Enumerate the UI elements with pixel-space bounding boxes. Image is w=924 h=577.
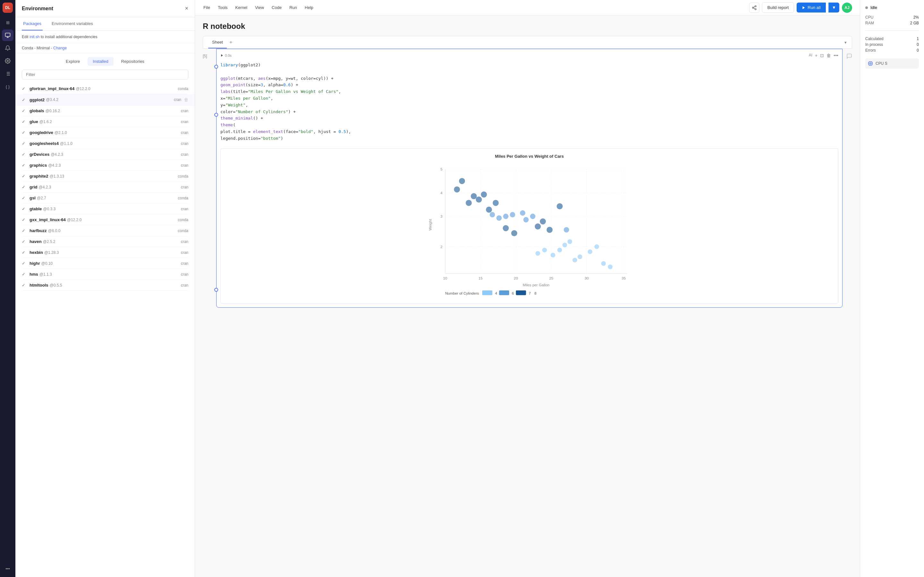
- tab-explore[interactable]: Explore: [61, 57, 85, 66]
- list-item: ✓ highr @0.10 cran: [22, 258, 188, 269]
- sidebar: DL ⊞ { } •••: [0, 0, 15, 577]
- pkg-source: cran: [181, 119, 188, 124]
- run-dropdown-button[interactable]: ▼: [829, 3, 839, 13]
- share-button[interactable]: [749, 3, 759, 13]
- list-item: ✓ graphite2 @1.3.13 conda: [22, 171, 188, 182]
- close-button[interactable]: ×: [185, 5, 188, 12]
- svg-text:3: 3: [441, 214, 443, 218]
- cell-row: [5] 0.0s AI +: [203, 49, 852, 308]
- cpu-section[interactable]: CPU S: [865, 58, 919, 69]
- cell-content: 0.0s AI + ⊡ 🗑 ••• library(ggplot2) g: [220, 53, 838, 303]
- pkg-source: cran: [181, 109, 188, 113]
- init-sh-link[interactable]: init.sh: [29, 35, 39, 39]
- pkg-check: ✓: [22, 261, 26, 266]
- pkg-version: @12.2.0: [67, 218, 82, 222]
- menu-kernel[interactable]: Kernel: [234, 4, 248, 11]
- right-panel: Idle CPU 2% RAM 2 GB Calculated 1 In pro…: [860, 0, 924, 577]
- svg-point-49: [542, 247, 547, 252]
- add-tool[interactable]: +: [815, 53, 817, 58]
- sheet-tab[interactable]: Sheet: [208, 36, 227, 48]
- code-line: plot.title = element_text(face="bold", h…: [220, 129, 838, 135]
- svg-line-12: [754, 6, 755, 7]
- svg-point-45: [601, 261, 606, 266]
- list-item: ✓ htmltools @0.5.5 cran: [22, 280, 188, 291]
- pkg-name: graphite2: [29, 174, 48, 179]
- pkg-version: @2.1.0: [55, 131, 67, 135]
- svg-point-57: [520, 210, 525, 216]
- ram-value: 2 GB: [893, 21, 919, 25]
- status-text: Idle: [871, 5, 877, 10]
- svg-rect-78: [516, 290, 526, 295]
- ai-tool[interactable]: AI: [809, 53, 813, 58]
- pkg-source: cran: [181, 283, 188, 287]
- pkg-check: ✓: [22, 239, 26, 244]
- more-tool[interactable]: •••: [834, 53, 838, 58]
- build-report-button[interactable]: Build report: [762, 2, 794, 13]
- menu-file[interactable]: File: [203, 4, 211, 11]
- list-item: ✓ hms @1.1.3 cran: [22, 269, 188, 280]
- pkg-version: @0.10: [41, 261, 53, 266]
- svg-point-60: [459, 178, 465, 184]
- svg-text:35: 35: [622, 276, 626, 280]
- sidebar-item-list[interactable]: [2, 68, 13, 79]
- pkg-source: cran: [181, 152, 188, 157]
- pkg-source: conda: [178, 87, 188, 91]
- cell-tools: AI + ⊡ 🗑 •••: [809, 53, 838, 58]
- sidebar-item-bell[interactable]: [2, 42, 13, 54]
- menu-code[interactable]: Code: [271, 4, 282, 11]
- delete-tool[interactable]: 🗑: [827, 53, 831, 58]
- svg-point-46: [608, 264, 613, 269]
- list-item: ✓ hexbin @1.28.3 cran: [22, 247, 188, 258]
- tab-repositories[interactable]: Repositories: [116, 57, 150, 66]
- pkg-delete-button[interactable]: 🗑: [184, 97, 188, 102]
- comment-icon[interactable]: [846, 49, 852, 60]
- pkg-check: ✓: [22, 218, 26, 222]
- pkg-check: ✓: [22, 174, 26, 179]
- pkg-name: haven: [29, 239, 42, 244]
- sidebar-item-more[interactable]: •••: [2, 563, 13, 574]
- tab-installed[interactable]: Installed: [87, 57, 113, 66]
- sheet-bar: Sheet + ▾: [203, 36, 852, 49]
- pkg-source: cran: [181, 131, 188, 135]
- svg-point-8: [755, 5, 756, 7]
- avatar[interactable]: AJ: [842, 3, 852, 13]
- sidebar-item-code[interactable]: { }: [2, 81, 13, 92]
- menu-run[interactable]: Run: [289, 4, 298, 11]
- menu-help[interactable]: Help: [304, 4, 314, 11]
- notebook-title: R notebook: [203, 22, 852, 31]
- code-line: library(ggplot2): [220, 62, 838, 69]
- menu-view[interactable]: View: [254, 4, 265, 11]
- svg-rect-81: [869, 62, 872, 65]
- calculated-value: 1: [917, 37, 919, 41]
- pkg-name: googledrive: [29, 130, 53, 135]
- filter-input[interactable]: [22, 69, 188, 79]
- svg-point-72: [557, 203, 563, 210]
- tab-env-vars[interactable]: Environment variables: [50, 17, 94, 31]
- change-conda-link[interactable]: Change: [53, 46, 67, 50]
- sidebar-item-layers[interactable]: ⊞: [2, 17, 13, 28]
- pkg-source: conda: [178, 218, 188, 222]
- run-cell-button[interactable]: 0.0s: [220, 53, 232, 57]
- main-content: File Tools Kernel View Code Run Help Bui…: [195, 0, 860, 577]
- list-item: ✓ grDevices @4.2.3 cran: [22, 149, 188, 160]
- sidebar-item-packages[interactable]: [2, 29, 13, 41]
- menu-tools[interactable]: Tools: [217, 4, 228, 11]
- pkg-source: conda: [178, 196, 188, 200]
- svg-point-51: [489, 212, 495, 218]
- add-sheet-button[interactable]: +: [229, 39, 232, 45]
- run-all-button[interactable]: Run all: [796, 3, 825, 13]
- chart-area: Miles Per Gallon vs Weight of Cars: [220, 148, 838, 303]
- tab-packages[interactable]: Packages: [22, 17, 43, 31]
- pkg-tabs: Explore Installed Repositories: [15, 53, 195, 69]
- sidebar-item-settings[interactable]: [2, 55, 13, 67]
- svg-text:25: 25: [549, 276, 553, 280]
- pkg-version: @4.2.3: [39, 185, 51, 189]
- pkg-check: ✓: [22, 141, 26, 146]
- pkg-source: conda: [178, 174, 188, 179]
- svg-text:7: 7: [529, 291, 531, 295]
- svg-point-48: [551, 253, 556, 258]
- sheet-dropdown[interactable]: ▾: [845, 40, 846, 45]
- svg-point-68: [511, 230, 517, 236]
- cell-connector-top: [214, 65, 218, 69]
- screenshot-tool[interactable]: ⊡: [820, 53, 824, 58]
